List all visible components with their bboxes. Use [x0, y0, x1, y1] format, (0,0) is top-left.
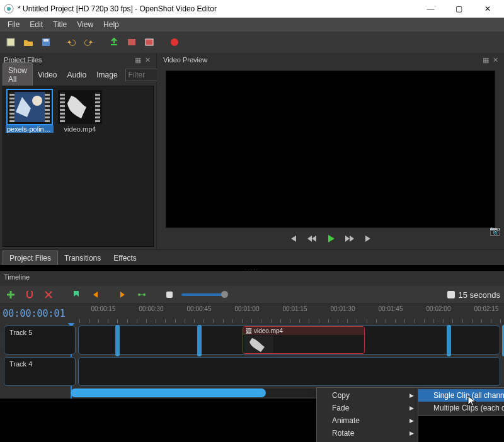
- ctx-item-label: Rotate: [332, 429, 354, 438]
- track-lane[interactable]: 🖼video.mp4: [78, 326, 500, 354]
- ctx-rotate[interactable]: Rotate▶: [317, 427, 418, 439]
- ruler-tick: 00:01:30: [331, 305, 355, 312]
- project-tabs: Project Files Transitions Effects: [0, 249, 504, 265]
- file-browser[interactable]: pexels-polina-ta... video.mp4: [3, 86, 154, 247]
- play-button[interactable]: [325, 233, 336, 244]
- jump-start-button[interactable]: [287, 233, 299, 244]
- separate-audio-submenu: Single Clip (all channels)Multiple Clips…: [418, 387, 504, 416]
- track-label[interactable]: Track 5: [4, 326, 76, 354]
- file-item[interactable]: pexels-polina-ta...: [7, 90, 52, 242]
- svg-point-1: [7, 7, 11, 11]
- filter-tab-image[interactable]: Image: [91, 67, 122, 82]
- ctx-item-label: Copy: [332, 391, 350, 400]
- razor-button[interactable]: [42, 288, 55, 302]
- snapshot-icon[interactable]: 📷: [490, 225, 500, 235]
- ruler-tick: 00:00:30: [139, 305, 164, 312]
- titlebar: * Untitled Project [HD 720p 30 fps] - Op…: [0, 0, 504, 18]
- ctx-copy[interactable]: Copy▶: [317, 389, 418, 402]
- tab-effects[interactable]: Effects: [107, 251, 142, 265]
- svg-point-11: [138, 293, 140, 296]
- file-thumbnail[interactable]: [8, 90, 52, 124]
- submenu-arrow-icon: ▶: [410, 392, 414, 399]
- ruler-tick: 00:00:15: [91, 305, 116, 312]
- timeline-toolbar: 15 seconds: [0, 286, 504, 303]
- tab-project-files[interactable]: Project Files: [3, 251, 58, 265]
- window-maximize[interactable]: ▢: [445, 0, 473, 18]
- add-marker-button[interactable]: [69, 288, 83, 302]
- svg-point-12: [143, 293, 146, 296]
- window-minimize[interactable]: —: [416, 0, 445, 18]
- file-thumbnail[interactable]: [58, 90, 102, 124]
- menu-edit[interactable]: Edit: [25, 19, 48, 30]
- svg-rect-6: [146, 39, 153, 45]
- snap-checkbox[interactable]: [447, 291, 455, 298]
- tab-transitions[interactable]: Transitions: [58, 251, 107, 265]
- export-button[interactable]: [168, 35, 181, 49]
- rewind-button[interactable]: [306, 233, 318, 244]
- filter-tab-audio[interactable]: Audio: [62, 67, 92, 82]
- add-track-button[interactable]: [4, 288, 18, 302]
- ctx-multiple-clips-each-channel-[interactable]: Multiple Clips (each channel): [418, 402, 504, 414]
- video-preview[interactable]: [166, 71, 495, 228]
- panel-undock-icon[interactable]: ▦: [135, 56, 142, 64]
- track-label[interactable]: Track 4: [4, 357, 76, 386]
- ctx-animate[interactable]: Animate▶: [317, 414, 418, 427]
- redo-button[interactable]: [82, 35, 96, 49]
- ctx-fade[interactable]: Fade▶: [317, 402, 418, 414]
- snap-label: 15 seconds: [459, 290, 501, 300]
- ruler-tick: 00:02:15: [474, 305, 499, 312]
- prev-marker-button[interactable]: [88, 288, 102, 302]
- app-icon: [4, 4, 14, 14]
- menubar: File Edit Title View Help: [0, 18, 504, 31]
- clip-edge-handle[interactable]: [197, 325, 202, 356]
- open-project-button[interactable]: [21, 35, 35, 49]
- ctx-single-clip-all-channels-[interactable]: Single Clip (all channels): [418, 389, 504, 402]
- panel-grip[interactable]: .....: [0, 265, 504, 271]
- filter-tab-video[interactable]: Video: [33, 67, 62, 82]
- timeline-ruler[interactable]: 00:00:00:01 00:00:1500:00:3000:00:4500:0…: [0, 303, 504, 323]
- menu-file[interactable]: File: [3, 19, 25, 30]
- clip-thumbnail: [244, 336, 273, 353]
- next-marker-button[interactable]: [116, 288, 130, 302]
- transport-controls: [166, 228, 495, 249]
- clip-icon: 🖼: [246, 327, 252, 334]
- cursor-icon: [467, 395, 476, 407]
- menu-view[interactable]: View: [72, 19, 98, 30]
- timeline-clip[interactable]: 🖼video.mp4: [243, 326, 365, 354]
- ctx-item-label: Fade: [332, 404, 349, 412]
- timeline-header: Timeline: [0, 271, 504, 286]
- menu-title[interactable]: Title: [48, 19, 72, 30]
- svg-rect-5: [128, 39, 135, 45]
- save-project-button[interactable]: [39, 35, 53, 49]
- fastforward-button[interactable]: [344, 233, 355, 244]
- panel-close-icon[interactable]: ✕: [145, 56, 152, 64]
- center-playhead-button[interactable]: [135, 288, 149, 302]
- ctx-item-label: Animate: [332, 416, 360, 425]
- undo-button[interactable]: [64, 35, 78, 49]
- panel-undock-icon[interactable]: ▦: [483, 56, 490, 64]
- track-lane[interactable]: [78, 357, 500, 386]
- clip-edge-handle[interactable]: [115, 325, 120, 356]
- import-files-button[interactable]: [107, 35, 121, 49]
- panel-close-icon[interactable]: ✕: [493, 56, 500, 64]
- submenu-arrow-icon: ▶: [410, 417, 414, 424]
- menu-help[interactable]: Help: [98, 19, 124, 30]
- timecode-display[interactable]: 00:00:00:01: [0, 304, 68, 323]
- jump-end-button[interactable]: [363, 233, 374, 244]
- toolbar: [0, 31, 504, 53]
- window-title: * Untitled Project [HD 720p 30 fps] - Op…: [18, 4, 416, 13]
- ruler-tick: 00:00:45: [187, 305, 212, 312]
- file-label: video.mp4: [57, 125, 103, 133]
- fullscreen-button[interactable]: [142, 35, 156, 49]
- profile-button[interactable]: [125, 35, 139, 49]
- filter-tab-showall[interactable]: Show All: [3, 62, 33, 88]
- ctx-layout[interactable]: Layout▶: [317, 439, 418, 442]
- svg-rect-13: [166, 292, 173, 298]
- window-close[interactable]: ✕: [473, 0, 501, 18]
- file-item[interactable]: video.mp4: [57, 90, 103, 242]
- snap-button[interactable]: [23, 288, 37, 302]
- new-project-button[interactable]: [4, 35, 18, 49]
- ruler-tick: 00:01:00: [235, 305, 260, 312]
- zoom-slider[interactable]: [181, 293, 226, 296]
- clip-edge-handle[interactable]: [447, 325, 451, 356]
